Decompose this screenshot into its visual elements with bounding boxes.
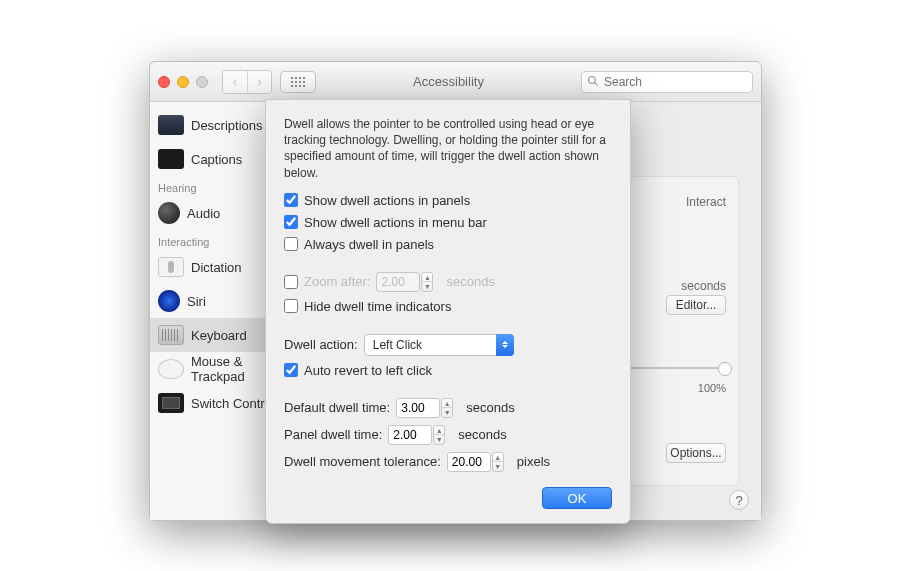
zoom-after-field: ▲▼ bbox=[376, 272, 420, 292]
sidebar-item-audio[interactable]: Audio bbox=[150, 196, 284, 230]
tolerance-input[interactable] bbox=[447, 452, 491, 472]
sidebar-item-label: Audio bbox=[187, 206, 220, 221]
select-arrows-icon bbox=[496, 334, 514, 356]
ok-button[interactable]: OK bbox=[542, 487, 612, 509]
panel-time-stepper[interactable]: ▲▼ bbox=[433, 425, 445, 445]
default-time-field: ▲▼ bbox=[396, 398, 440, 418]
help-button[interactable]: ? bbox=[729, 490, 749, 510]
always-panels-row: Always dwell in panels bbox=[284, 237, 612, 252]
descriptions-icon bbox=[158, 115, 184, 135]
show-panels-row: Show dwell actions in panels bbox=[284, 193, 612, 208]
panel-time-field: ▲▼ bbox=[388, 425, 432, 445]
sidebar-item-captions[interactable]: Captions bbox=[150, 142, 284, 176]
always-panels-label: Always dwell in panels bbox=[304, 237, 434, 252]
close-icon[interactable] bbox=[158, 76, 170, 88]
search-field[interactable] bbox=[581, 71, 753, 93]
zoom-after-input bbox=[376, 272, 420, 292]
switch-icon bbox=[158, 393, 184, 413]
zoom-after-label: Zoom after: bbox=[304, 274, 370, 289]
show-panels-checkbox[interactable] bbox=[284, 193, 298, 207]
svg-point-0 bbox=[589, 76, 596, 83]
sidebar-item-label: Keyboard bbox=[191, 328, 247, 343]
panel-editor-button[interactable]: Editor... bbox=[666, 295, 726, 315]
panel-time-label: Panel dwell time: bbox=[284, 427, 382, 442]
auto-revert-row: Auto revert to left click bbox=[284, 363, 612, 378]
show-menubar-label: Show dwell actions in menu bar bbox=[304, 215, 487, 230]
zoom-after-stepper: ▲▼ bbox=[421, 272, 433, 292]
dwell-action-row: Dwell action: Left Click bbox=[284, 334, 612, 356]
siri-icon bbox=[158, 290, 180, 312]
keyboard-icon bbox=[158, 325, 184, 345]
sidebar-item-label: Captions bbox=[191, 152, 242, 167]
minimize-icon[interactable] bbox=[177, 76, 189, 88]
panel-time-input[interactable] bbox=[388, 425, 432, 445]
dictation-icon bbox=[158, 257, 184, 277]
sidebar-category-hearing: Hearing bbox=[150, 176, 284, 196]
captions-icon bbox=[158, 149, 184, 169]
zoom-after-row: Zoom after: ▲▼ seconds bbox=[284, 272, 612, 292]
sidebar-item-label: Descriptions bbox=[191, 118, 263, 133]
options-button[interactable]: Options... bbox=[666, 443, 726, 463]
mouse-icon bbox=[158, 359, 184, 379]
window-controls bbox=[158, 76, 208, 88]
chevron-up-icon: ▲ bbox=[434, 426, 444, 435]
grid-icon bbox=[291, 77, 305, 87]
auto-revert-checkbox[interactable] bbox=[284, 363, 298, 377]
tolerance-pixels-label: pixels bbox=[517, 454, 550, 469]
bg-slider[interactable] bbox=[621, 367, 726, 369]
sidebar-item-label: Siri bbox=[187, 294, 206, 309]
back-button[interactable]: ‹ bbox=[223, 71, 247, 93]
default-time-label: Default dwell time: bbox=[284, 400, 390, 415]
hide-indicators-label: Hide dwell time indicators bbox=[304, 299, 451, 314]
default-time-stepper[interactable]: ▲▼ bbox=[441, 398, 453, 418]
sidebar-item-label: Dictation bbox=[191, 260, 242, 275]
default-seconds-label: seconds bbox=[466, 400, 514, 415]
dwell-action-select[interactable]: Left Click bbox=[364, 334, 514, 356]
zoom-icon[interactable] bbox=[196, 76, 208, 88]
search-icon bbox=[587, 75, 599, 87]
chevron-down-icon: ▼ bbox=[434, 434, 444, 444]
auto-revert-label: Auto revert to left click bbox=[304, 363, 432, 378]
dwell-intro-text: Dwell allows the pointer to be controlle… bbox=[284, 116, 612, 181]
svg-line-1 bbox=[595, 82, 598, 85]
sidebar-item-descriptions[interactable]: Descriptions bbox=[150, 108, 284, 142]
show-all-button[interactable] bbox=[280, 71, 316, 93]
dwell-action-label: Dwell action: bbox=[284, 337, 358, 352]
sidebar-item-siri[interactable]: Siri bbox=[150, 284, 284, 318]
dwell-options-sheet: Dwell allows the pointer to be controlle… bbox=[265, 99, 631, 524]
chevron-up-icon: ▲ bbox=[442, 399, 452, 408]
chevron-up-icon: ▲ bbox=[493, 453, 503, 462]
sidebar-item-keyboard[interactable]: Keyboard bbox=[150, 318, 284, 352]
tolerance-stepper[interactable]: ▲▼ bbox=[492, 452, 504, 472]
tolerance-field: ▲▼ bbox=[447, 452, 491, 472]
show-panels-label: Show dwell actions in panels bbox=[304, 193, 470, 208]
sidebar-item-dictation[interactable]: Dictation bbox=[150, 250, 284, 284]
sidebar-item-switch[interactable]: Switch Control bbox=[150, 386, 284, 420]
sidebar-item-mouse[interactable]: Mouse & Trackpad bbox=[150, 352, 284, 386]
show-menubar-checkbox[interactable] bbox=[284, 215, 298, 229]
zoom-after-checkbox[interactable] bbox=[284, 275, 298, 289]
tolerance-label: Dwell movement tolerance: bbox=[284, 454, 441, 469]
search-input[interactable] bbox=[581, 71, 753, 93]
sidebar-category-interacting: Interacting bbox=[150, 230, 284, 250]
panel-seconds-label: seconds bbox=[458, 427, 506, 442]
hide-indicators-checkbox[interactable] bbox=[284, 299, 298, 313]
zoom-seconds-label: seconds bbox=[446, 274, 494, 289]
always-panels-checkbox[interactable] bbox=[284, 237, 298, 251]
chevron-up-icon: ▲ bbox=[422, 273, 432, 282]
tolerance-row: Dwell movement tolerance: ▲▼ pixels bbox=[284, 452, 612, 472]
dwell-action-value: Left Click bbox=[364, 334, 514, 356]
window-title: Accessibility bbox=[324, 74, 573, 89]
panel-time-row: Panel dwell time: ▲▼ seconds bbox=[284, 425, 612, 445]
forward-button[interactable]: › bbox=[247, 71, 271, 93]
chevron-down-icon: ▼ bbox=[422, 281, 432, 291]
default-time-input[interactable] bbox=[396, 398, 440, 418]
titlebar: ‹ › Accessibility bbox=[150, 62, 761, 102]
back-forward-buttons: ‹ › bbox=[222, 70, 272, 94]
sidebar-item-label: Switch Control bbox=[191, 396, 275, 411]
chevron-down-icon: ▼ bbox=[442, 407, 452, 417]
chevron-down-icon: ▼ bbox=[493, 461, 503, 471]
hide-indicators-row: Hide dwell time indicators bbox=[284, 299, 612, 314]
audio-icon bbox=[158, 202, 180, 224]
bg-percent: 100% bbox=[698, 382, 726, 394]
